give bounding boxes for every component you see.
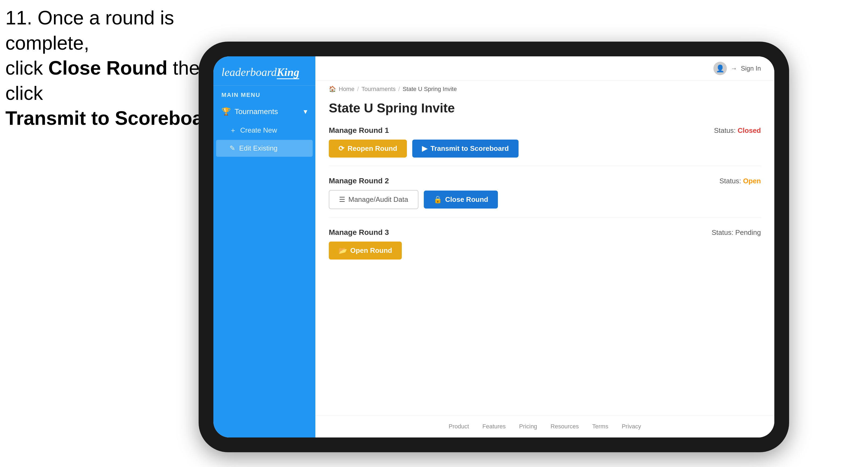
round-3-title: Manage Round 3 [329,228,389,237]
logo-king: King [277,66,299,79]
tablet-screen: leaderboardKing MAIN MENU 🏆 Tournaments … [213,56,774,437]
footer-features[interactable]: Features [482,423,506,430]
sidebar-item-edit-existing[interactable]: ✎ Edit Existing [216,140,313,157]
main-menu-label: MAIN MENU [213,86,315,102]
sidebar-item-create-new[interactable]: ＋ Create New [213,121,315,139]
sidebar: leaderboardKing MAIN MENU 🏆 Tournaments … [213,56,315,437]
logo-leaderboard: leaderboard [221,66,277,79]
round-1-section: Manage Round 1 Status: Closed ⟳ Reopen R… [329,126,761,166]
transmit-scoreboard-button[interactable]: ▶ Transmit to Scoreboard [412,139,519,158]
trophy-icon: 🏆 [221,107,231,116]
app-layout: leaderboardKing MAIN MENU 🏆 Tournaments … [213,56,774,437]
edit-icon: ✎ [229,144,236,152]
round-2-status: Status: Open [719,177,761,185]
audit-label: Manage/Audit Data [348,195,408,204]
page-title: State U Spring Invite [329,101,761,116]
round-2-status-value: Open [743,177,761,185]
sign-in-label: Sign In [741,65,761,72]
round-3-section: Manage Round 3 Status: Pending 📂 Open Ro… [329,228,761,268]
lock-icon: 🔒 [433,195,442,204]
create-new-label: Create New [240,126,277,134]
footer-resources[interactable]: Resources [551,423,579,430]
breadcrumb: 🏠 Home / Tournaments / State U Spring In… [315,81,774,93]
sidebar-item-tournaments[interactable]: 🏆 Tournaments ▾ [213,102,315,121]
transmit-icon: ▶ [422,145,427,153]
chevron-down-icon: ▾ [304,107,307,116]
open-round-icon: 📂 [338,246,347,255]
reopen-label: Reopen Round [348,145,397,153]
close-round-button[interactable]: 🔒 Close Round [424,191,498,209]
reopen-round-button[interactable]: ⟳ Reopen Round [329,139,407,158]
breadcrumb-tournaments-link[interactable]: Tournaments [362,86,396,93]
tablet-device: leaderboardKing MAIN MENU 🏆 Tournaments … [198,41,789,452]
user-avatar: 👤 [713,62,727,75]
round-1-status: Status: Closed [714,126,761,135]
footer: Product Features Pricing Resources Terms… [315,415,774,437]
manage-audit-button[interactable]: ☰ Manage/Audit Data [329,190,418,209]
main-content: 👤 → Sign In 🏠 Home / Tournaments / State… [315,56,774,437]
round-3-status-value: Pending [736,228,761,237]
audit-icon: ☰ [339,195,345,204]
footer-product[interactable]: Product [448,423,469,430]
logo-area: leaderboardKing [213,56,315,86]
round-1-status-value: Closed [738,126,761,134]
footer-privacy[interactable]: Privacy [622,423,641,430]
round-2-section: Manage Round 2 Status: Open ☰ Manage/Aud… [329,177,761,217]
breadcrumb-home-icon: 🏠 [329,86,336,93]
top-bar: 👤 → Sign In [315,56,774,81]
sign-in-area[interactable]: 👤 → Sign In [713,62,761,75]
footer-pricing[interactable]: Pricing [519,423,537,430]
reopen-icon: ⟳ [338,145,344,153]
breadcrumb-home-link[interactable]: Home [339,86,354,93]
open-round-button[interactable]: 📂 Open Round [329,242,402,259]
footer-terms[interactable]: Terms [592,423,609,430]
sidebar-tournaments-label: Tournaments [235,107,278,116]
page-content: State U Spring Invite Manage Round 1 Sta… [315,93,774,415]
open-round-label: Open Round [350,246,392,255]
transmit-label: Transmit to Scoreboard [431,145,509,153]
sign-in-arrow: → [731,65,737,72]
close-round-label: Close Round [445,195,488,204]
edit-existing-label: Edit Existing [239,144,278,152]
round-1-title: Manage Round 1 [329,126,389,135]
round-3-status: Status: Pending [712,228,761,237]
plus-icon: ＋ [229,126,237,135]
breadcrumb-current: State U Spring Invite [403,86,457,93]
round-2-title: Manage Round 2 [329,177,389,185]
